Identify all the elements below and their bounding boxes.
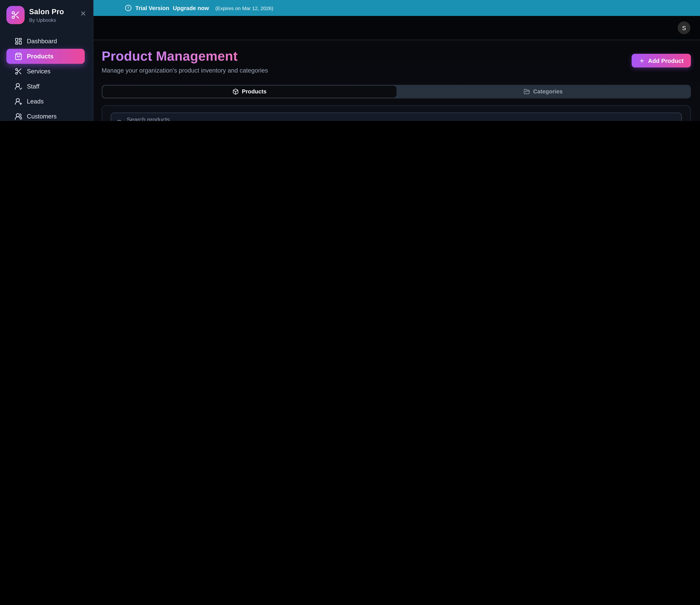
upgrade-now-link[interactable]: Upgrade now: [173, 5, 209, 11]
tab-label: Categories: [533, 89, 562, 95]
sidebar-item-label: Staff: [27, 83, 40, 90]
tab-label: Products: [242, 89, 267, 95]
page-header-text: Product Management Manage your organizat…: [102, 49, 268, 74]
layout-dashboard-icon: [15, 38, 22, 45]
sidebar-item-label: Dashboard: [27, 38, 57, 45]
search-input[interactable]: [111, 113, 681, 121]
user-avatar[interactable]: S: [678, 21, 690, 34]
page-content: Product Management Manage your organizat…: [93, 41, 700, 121]
sidebar-header: Salon Pro By Upbooks: [0, 0, 93, 31]
trial-version-label: Trial Version: [135, 5, 169, 11]
close-icon: [80, 10, 87, 17]
plus-icon: [639, 58, 645, 64]
sidebar-item-products[interactable]: Products: [6, 49, 85, 64]
sidebar-item-label: Services: [27, 68, 51, 75]
add-product-button[interactable]: Add Product: [632, 54, 691, 68]
scissors-icon: [11, 10, 20, 20]
sidebar-item-services[interactable]: Services: [6, 64, 85, 79]
package-icon: [232, 89, 239, 95]
sidebar-nav: DashboardProductsServicesStaffLeadsCusto…: [0, 31, 93, 121]
users-icon: [15, 113, 22, 120]
app-window: Salon Pro By Upbooks DashboardProductsSe…: [0, 0, 700, 121]
page-header: Product Management Manage your organizat…: [102, 49, 691, 74]
sidebar-item-label: Customers: [27, 113, 56, 120]
circle-alert-icon: [125, 5, 132, 11]
add-product-label: Add Product: [648, 57, 684, 64]
sidebar: Salon Pro By Upbooks DashboardProductsSe…: [0, 0, 93, 121]
sidebar-item-dashboard[interactable]: Dashboard: [6, 34, 85, 49]
page-title: Product Management: [102, 49, 268, 64]
tab-products[interactable]: Products: [102, 86, 396, 98]
user-check-icon: [15, 82, 22, 90]
sidebar-item-staff[interactable]: Staff: [6, 79, 85, 94]
search-card: [102, 105, 691, 121]
user-plus-icon: [15, 98, 22, 105]
search-box: [111, 113, 682, 121]
app-name: Salon Pro: [29, 7, 80, 16]
scissors-icon: [15, 68, 22, 75]
sidebar-item-customers[interactable]: Customers: [6, 109, 85, 121]
tab-bar: ProductsCategories: [102, 85, 691, 98]
main-area: Trial Version Upgrade now (Expires on Ma…: [93, 0, 700, 121]
tab-categories[interactable]: Categories: [396, 86, 690, 98]
app-logo: [6, 6, 25, 24]
trial-expiry-label: (Expires on Mar 12, 2026): [215, 5, 273, 10]
app-meta: Salon Pro By Upbooks: [29, 7, 80, 23]
sidebar-close-button[interactable]: [80, 10, 87, 17]
app-subtitle: By Upbooks: [29, 17, 80, 23]
page-subtitle: Manage your organization's product inven…: [102, 67, 268, 74]
topbar: S: [93, 16, 700, 40]
shopping-bag-icon: [15, 52, 22, 60]
sidebar-item-label: Products: [27, 53, 53, 60]
trial-banner: Trial Version Upgrade now (Expires on Ma…: [93, 0, 700, 16]
sidebar-item-leads[interactable]: Leads: [6, 94, 85, 109]
folder-open-icon: [524, 89, 530, 95]
sidebar-item-label: Leads: [27, 98, 44, 105]
